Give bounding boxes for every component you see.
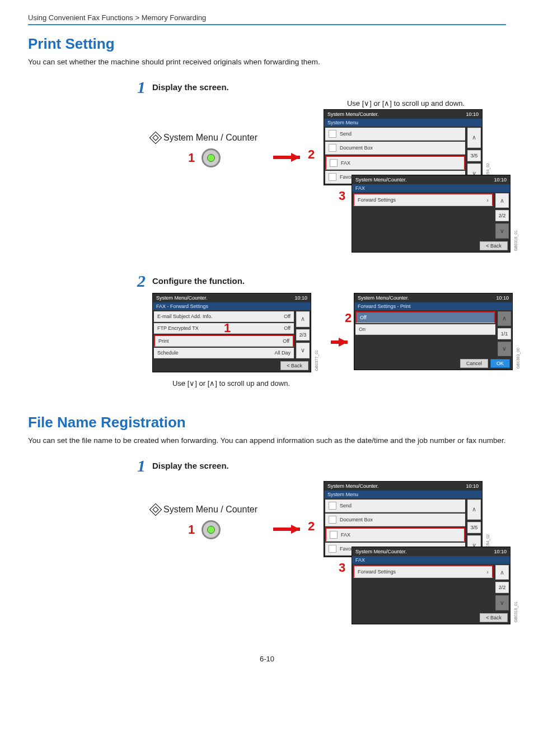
system-menu-hard-button[interactable]: [202, 148, 221, 167]
chevron-up-icon: ∧: [472, 134, 476, 141]
list-item-label: Document Box: [340, 145, 373, 151]
scroll-up-button[interactable]: ∧: [467, 128, 481, 148]
marker-2: 2: [308, 519, 315, 534]
chevron-down-icon: ∨: [301, 347, 305, 354]
screen-subtitle: System Menu: [324, 119, 482, 127]
screen-subtitle: FAX: [352, 184, 510, 192]
chevron-up-icon: ∧: [500, 197, 504, 204]
marker-1: 1: [188, 522, 195, 537]
back-button[interactable]: < Back: [480, 241, 508, 250]
screen-time: 10:10: [294, 295, 307, 301]
list-item-label: Forward Settings: [358, 569, 396, 575]
chevron-up-icon: ∧: [301, 315, 305, 323]
screen-subtitle: FAX: [352, 556, 510, 564]
scroll-up-button[interactable]: ∧: [495, 193, 509, 208]
arrow-icon: [339, 338, 348, 347]
list-item-value: Off: [284, 325, 291, 331]
list-item-label: Document Box: [340, 517, 373, 522]
list-item-label: E-mail Subject Add. Info.: [157, 314, 213, 319]
list-item[interactable]: PrintOff: [154, 335, 294, 347]
screen-title: System Menu/Counter.: [327, 111, 379, 117]
list-item-label: Send: [340, 503, 352, 508]
menu-item-icon: [329, 130, 336, 138]
list-item[interactable]: Send: [325, 128, 465, 141]
chevron-down-icon: ∨: [502, 345, 507, 352]
menu-item-icon: [329, 144, 336, 152]
scroll-down-button[interactable]: ∨: [495, 223, 509, 239]
list-item[interactable]: Document Box: [325, 142, 465, 155]
screen-time: 10:10: [466, 483, 479, 489]
system-menu-counter-label: System Menu / Counter: [151, 505, 257, 515]
header-divider: [28, 24, 506, 25]
system-menu-hard-button[interactable]: [202, 520, 221, 539]
ok-button[interactable]: OK: [490, 359, 510, 368]
option-label: Off: [360, 315, 367, 320]
page-indicator: 1/1: [498, 328, 511, 339]
chevron-up-icon: ∧: [502, 315, 507, 322]
scroll-down-button[interactable]: ∨: [495, 595, 509, 610]
cancel-button[interactable]: Cancel: [460, 359, 488, 368]
scroll-hint: Use [∨] or [∧] to scroll up and down.: [325, 99, 487, 108]
scroll-down-button[interactable]: ∨: [296, 343, 310, 358]
scroll-up-button[interactable]: ∧: [296, 311, 310, 327]
chevron-up-icon: ∧: [500, 569, 504, 576]
list-item-label: Schedule: [157, 350, 179, 356]
list-item-label: FTP Encrypted TX: [157, 325, 199, 331]
screen-time: 10:10: [494, 177, 507, 183]
list-item[interactable]: Document Box: [325, 514, 465, 526]
marker-1: 1: [224, 321, 231, 335]
screen-time: 10:10: [496, 295, 509, 301]
list-item-forward-settings[interactable]: Forward Settings ›: [353, 193, 493, 206]
list-item[interactable]: FAX: [325, 528, 465, 542]
back-button[interactable]: < Back: [480, 613, 508, 622]
menu-item-icon: [329, 516, 336, 524]
marker-1: 1: [188, 151, 195, 165]
screen-code: GB0316_01: [514, 601, 518, 622]
page-indicator: 2/2: [495, 582, 509, 593]
menu-item-icon: [329, 545, 336, 553]
scroll-up-button[interactable]: ∧: [498, 311, 511, 326]
screen-code: GB0377_01: [315, 350, 318, 371]
list-item[interactable]: ScheduleAll Day: [154, 348, 294, 358]
chevron-down-icon: ∨: [500, 599, 504, 606]
list-item-forward-settings[interactable]: Forward Settings ›: [353, 565, 493, 578]
screen-subtitle: Forward Settings - Print: [354, 302, 512, 310]
system-menu-counter-label: System Menu / Counter: [151, 133, 257, 143]
marker-3: 3: [339, 561, 345, 575]
scroll-down-button[interactable]: ∨: [498, 342, 511, 356]
list-item-value: Off: [283, 338, 289, 344]
option-item[interactable]: On: [355, 324, 495, 335]
scroll-up-button[interactable]: ∧: [467, 500, 481, 520]
scroll-hint: Use [∨] or [∧] to scroll up and down.: [152, 379, 310, 388]
section-intro-1: You can set whether the machine should p…: [28, 57, 506, 68]
screen-time: 10:10: [466, 111, 479, 117]
screen-title: System Menu/Counter.: [358, 295, 409, 301]
scroll-up-button[interactable]: ∧: [495, 565, 509, 580]
section-heading-file-name: File Name Registration: [28, 414, 506, 431]
list-item-label: FAX: [341, 532, 350, 538]
step1b-title: Display the screen.: [152, 458, 229, 470]
menu-item-icon: [330, 159, 338, 167]
list-item[interactable]: Send: [325, 500, 465, 512]
screen-title: System Menu/Counter.: [355, 549, 407, 554]
list-item[interactable]: FAX: [325, 156, 465, 170]
system-menu-text: System Menu / Counter: [163, 133, 257, 143]
menu-item-icon: [329, 173, 336, 181]
chevron-right-icon: ›: [486, 568, 489, 575]
step-number-1b: 1: [129, 458, 146, 474]
page-indicator: 3/5: [467, 522, 481, 533]
screen-title: System Menu/Counter.: [327, 483, 379, 489]
chevron-up-icon: ∧: [472, 506, 476, 513]
arrow-icon: [291, 153, 300, 162]
screen-title: System Menu/Counter.: [156, 295, 208, 301]
screen-code: GB0316_01: [514, 230, 518, 251]
step-number-1: 1: [129, 79, 146, 96]
arrow-icon: [291, 525, 300, 534]
section-heading-print-setting: Print Setting: [28, 35, 506, 53]
chevron-right-icon: ›: [486, 197, 489, 203]
back-button[interactable]: < Back: [280, 361, 308, 370]
page-indicator: 2/3: [296, 329, 310, 340]
option-item[interactable]: Off: [355, 311, 495, 323]
step2-title: Configure the function.: [152, 273, 245, 286]
diamond-icon: [149, 503, 162, 516]
